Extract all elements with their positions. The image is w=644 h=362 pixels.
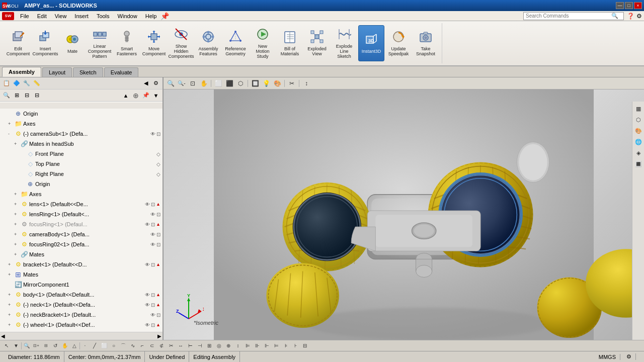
zoom-fit-button[interactable]: ⊡: [188, 79, 198, 88]
tab-sketch[interactable]: Sketch: [73, 67, 103, 77]
bt-repair[interactable]: ⊟: [300, 341, 309, 350]
view-back-button[interactable]: ⬛: [224, 79, 234, 88]
search-box[interactable]: 🔍: [523, 12, 624, 20]
panel-settings-icon[interactable]: ⚙: [151, 79, 160, 88]
minimize-button[interactable]: —: [616, 2, 624, 9]
menu-edit[interactable]: Edit: [33, 12, 51, 20]
tree-sort-icon[interactable]: ⊟: [32, 91, 41, 100]
menu-insert[interactable]: Insert: [70, 12, 93, 20]
bt-offset[interactable]: ⊂: [147, 341, 156, 350]
edit-component-button[interactable]: EditComponent: [5, 25, 31, 61]
tree-item-mirrorcomponent[interactable]: 🔄 MirrorComponent1: [0, 280, 163, 290]
tree-item-neck1[interactable]: + ⚙ (-) neck<1> (Default<<Defa... 👁 ⊡ ▲: [0, 300, 163, 310]
menu-view[interactable]: View: [51, 12, 71, 20]
bt-point2[interactable]: ⊕: [224, 341, 233, 350]
bill-of-materials-button[interactable]: Bill ofMaterials: [277, 25, 303, 61]
lighting-button[interactable]: 💡: [261, 79, 271, 88]
pin-icon[interactable]: 📌: [160, 12, 169, 20]
tree-item-focusring1[interactable]: + ⚙ focusRing<1> (Defaul... 👁 ⊡ ▲: [0, 219, 163, 229]
instant3d-button[interactable]: 3D Instant3D: [358, 25, 384, 61]
decals-icon[interactable]: 🔳: [633, 159, 643, 169]
prev-scroll-icon[interactable]: ◀: [1, 333, 5, 339]
tree-item-mates-top[interactable]: + ⊞ Mates: [0, 269, 163, 280]
3d-view-icon[interactable]: ⬡: [633, 115, 643, 125]
tree-item-neckbracket[interactable]: + ⚙ (-) neckBracket<1> (Default... 👁 ⊡: [0, 310, 163, 320]
tree-item-axes[interactable]: + 📁 Axes: [0, 119, 163, 129]
appearance-button[interactable]: 🎨: [272, 79, 282, 88]
tree-item-bracket1[interactable]: + ⚙ bracket<1> (Default<<D... 👁 ⊡ ▲: [0, 259, 163, 269]
bt-select[interactable]: ↖: [2, 341, 11, 350]
tree-expand-icon[interactable]: ⊞: [12, 91, 21, 100]
insert-components-button[interactable]: InsertComponents: [32, 25, 58, 61]
bt-zoom-area[interactable]: ⊡+: [32, 341, 41, 350]
bt-mirror[interactable]: ⊣: [195, 341, 204, 350]
close-button[interactable]: ×: [634, 2, 642, 9]
bt-zoom[interactable]: 🔍: [22, 341, 31, 350]
bt-point[interactable]: ·: [80, 341, 90, 350]
bt-autodim[interactable]: ⊪: [253, 341, 262, 350]
bt-relation[interactable]: ⊫: [243, 341, 252, 350]
help-icon[interactable]: ❓: [627, 13, 634, 20]
tree-item-body1[interactable]: + ⚙ body<1> (Default<<Default... 👁 ⊡ ▲: [0, 290, 163, 300]
bt-circle[interactable]: ○: [109, 341, 118, 350]
bt-line[interactable]: ╱: [90, 341, 99, 350]
tab-evaluate[interactable]: Evaluate: [104, 67, 139, 77]
mate-button[interactable]: Mate: [59, 25, 86, 61]
tree-more-icon[interactable]: ▼: [151, 91, 160, 100]
new-motion-study-button[interactable]: NewMotionStudy: [250, 25, 276, 61]
normal-to-button[interactable]: ↕: [301, 79, 311, 88]
tree-item-front-plane[interactable]: ◇ Front Plane ◇: [0, 149, 163, 159]
display-style-button[interactable]: 🔲: [250, 79, 260, 88]
zoom-out-button[interactable]: 🔍-: [177, 79, 187, 88]
view-palette-icon[interactable]: ▦: [633, 104, 643, 114]
tree-scroll-icon2[interactable]: ⊕: [131, 91, 140, 100]
bt-select-filter[interactable]: ▼: [12, 341, 21, 350]
tree-item-right-plane[interactable]: ◇ Right Plane ◇: [0, 169, 163, 179]
smart-fasteners-button[interactable]: SmartFasteners: [114, 25, 140, 61]
feature-manager-icon[interactable]: 📋: [2, 79, 11, 88]
tree-item-lens1[interactable]: + ⚙ lens<1> (Default<<De... 👁 ⊡ ▲: [0, 199, 163, 209]
display-manager-icon[interactable]: 🎨: [633, 126, 643, 136]
bt-convert[interactable]: ⊄: [157, 341, 166, 350]
3d-viewport[interactable]: 🔍 🔍- ⊡ ✋ ⬜ ⬛ ⬡ 🔲 💡 🎨 ✂ ↕: [164, 77, 644, 340]
pan-button[interactable]: ✋: [199, 79, 209, 88]
tree-item-origin2[interactable]: ⊕ Origin: [0, 179, 163, 189]
tree-item-top-plane[interactable]: ◇ Top Plane ◇: [0, 159, 163, 169]
assembly-features-button[interactable]: AssemblyFeatures: [195, 25, 221, 61]
menu-tools[interactable]: Tools: [93, 12, 114, 20]
viewport-resize-handle[interactable]: [164, 77, 168, 340]
bt-smartdim[interactable]: ↕: [233, 341, 243, 350]
tab-layout[interactable]: Layout: [42, 67, 72, 77]
search-input[interactable]: [526, 13, 611, 19]
tab-assembly[interactable]: Assembly: [2, 67, 41, 77]
bt-rapid[interactable]: ⊧: [281, 341, 290, 350]
zoom-in-button[interactable]: 🔍: [166, 79, 176, 88]
bt-arc[interactable]: ⌒: [119, 341, 128, 350]
reference-geometry-button[interactable]: ReferenceGeometry: [222, 25, 249, 61]
tree-item-mates-headsub[interactable]: + 🔗 Mates in headSub: [0, 139, 163, 149]
tree-item-wheel1[interactable]: + ⚙ (-) wheel<1> (Default<<Def... 👁 ⊡ ▲: [0, 320, 163, 330]
tree-item-axes2[interactable]: + 📁 Axes: [0, 189, 163, 199]
next-scroll-icon[interactable]: ▶: [157, 333, 162, 339]
tree-collapse-icon[interactable]: ⊟: [22, 91, 31, 100]
scene-icon[interactable]: 🌐: [633, 137, 643, 147]
bt-circular-pattern[interactable]: ◎: [214, 341, 223, 350]
bt-rect[interactable]: ⬜: [100, 341, 109, 350]
linear-component-pattern-button[interactable]: LinearComponentPattern: [87, 25, 113, 61]
tree-filter-icon[interactable]: 🔍: [2, 91, 11, 100]
bt-rotate[interactable]: ↺: [51, 341, 60, 350]
section-view-button[interactable]: ✂: [287, 79, 297, 88]
bt-split[interactable]: ⊢: [186, 341, 195, 350]
show-hidden-button[interactable]: ShowHiddenComponents: [168, 25, 194, 61]
move-component-button[interactable]: MoveComponent: [141, 25, 167, 61]
appearance-icon2[interactable]: ◈: [633, 148, 643, 158]
bt-dimension2[interactable]: ⊩: [262, 341, 271, 350]
property-manager-icon[interactable]: 🔷: [12, 79, 21, 88]
bt-trim[interactable]: ✂: [167, 341, 176, 350]
view-iso-button[interactable]: ⬡: [235, 79, 246, 88]
take-snapshot-button[interactable]: TakeSnapshot: [413, 25, 439, 61]
explode-line-sketch-button[interactable]: ExplodeLineSketch: [331, 25, 357, 61]
tree-scroll-up[interactable]: ▲: [121, 91, 130, 100]
tree-item-origin[interactable]: ⊕ Origin: [0, 109, 163, 119]
configuration-manager-icon[interactable]: 🔧: [22, 79, 31, 88]
